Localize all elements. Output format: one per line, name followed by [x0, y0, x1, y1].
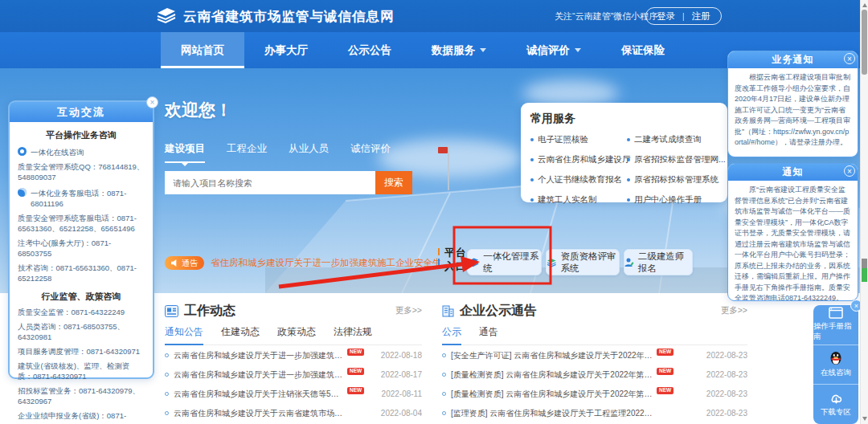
- bullet-icon: [165, 353, 169, 357]
- service-link[interactable]: 建筑工人实名制: [530, 194, 620, 206]
- contact-line: 项目服务调度管理：0871-64320971: [18, 346, 145, 357]
- bullet-icon: [165, 373, 169, 377]
- nav-item-service-hall[interactable]: 办事大厅: [244, 32, 328, 68]
- scrollbar-marker-green: [862, 268, 867, 282]
- service-link[interactable]: 原省招投标监督管理网...: [627, 154, 726, 165]
- search-button[interactable]: 搜索: [375, 171, 412, 194]
- scrollbar-thumb[interactable]: [862, 10, 867, 75]
- platform-entry-divider: [438, 248, 440, 266]
- tab-notices[interactable]: 通知公告: [165, 325, 203, 345]
- service-link[interactable]: 用户中心操作手册: [627, 194, 726, 206]
- tab-policy-dynamics[interactable]: 政策动态: [277, 325, 316, 344]
- integrated-management-system-button[interactable]: 一体化管理系统: [467, 249, 542, 275]
- news-item[interactable]: 云南省住房和城乡建设厅关于云南省建筑市场监管与诚信一体... 2022-08-0…: [165, 404, 422, 422]
- chevron-down-icon: [480, 48, 486, 52]
- tab-construction-projects[interactable]: 建设项目: [165, 142, 205, 163]
- tab-notice[interactable]: 通告: [479, 325, 498, 344]
- nav-item-guarantee[interactable]: 保证保险: [601, 32, 685, 68]
- cloud-download-icon: [829, 392, 844, 405]
- service-link[interactable]: 电子证照核验: [530, 134, 620, 145]
- tab-housing-dynamics[interactable]: 住建动态: [221, 325, 260, 344]
- dot-icon: [530, 178, 534, 181]
- service-link[interactable]: 云南省住房和城乡建设厅: [530, 154, 620, 165]
- dot-icon: [530, 198, 534, 202]
- contact-line: 建筑业(省级核发)、监理、检测资质：0871-64320971: [18, 361, 145, 381]
- person-icon: [624, 257, 634, 268]
- news-date: 2022-08-23: [706, 389, 747, 398]
- dot-icon: [627, 138, 630, 141]
- hero-search-tabs: 建设项目 工程企业 从业人员 诚信评价: [165, 142, 391, 163]
- online-consult-icon: [18, 147, 27, 156]
- online-consult-button[interactable]: 在线咨询: [813, 344, 858, 385]
- contact-line: 质量安全管理系统客服电话：0871-65631360、65212258、6565…: [18, 213, 145, 234]
- news-date: 2022-08-17: [381, 370, 422, 379]
- tab-laws[interactable]: 法律法规: [334, 325, 372, 344]
- panel-subtitle: 平台操作业务咨询: [10, 129, 153, 141]
- news-date: 2022-08-23: [706, 409, 747, 418]
- red-flag-decoration: [438, 147, 448, 153]
- news-date: 2022-08-18: [381, 351, 422, 360]
- service-link[interactable]: 个人证书继续教育报名: [530, 174, 620, 186]
- service-link[interactable]: 二建考试成绩查询: [627, 134, 726, 145]
- dot-icon: [627, 178, 630, 181]
- nav-item-credit-eval[interactable]: 诚信评价: [506, 32, 601, 68]
- search-input[interactable]: [165, 171, 375, 194]
- ticker-text[interactable]: 省住房和城乡建设厅关于进一步加强建筑施工企业安全生产许可证动态监管的通: [211, 257, 442, 269]
- more-link[interactable]: 更多>>: [395, 305, 422, 316]
- panel-title: 通知: [728, 164, 858, 181]
- more-link[interactable]: 更多>>: [721, 305, 747, 316]
- nav-item-home[interactable]: 网站首页: [161, 32, 244, 68]
- bullet-icon: [165, 411, 169, 415]
- panel-title: 业务通知: [728, 51, 858, 68]
- contact-item: 一体化业务客服电话：0871-68011196: [18, 188, 145, 209]
- news-item[interactable]: 云南省住房和城乡建设厅关于进一步加强建筑业企业资质及人... NEW 2022-…: [165, 365, 422, 384]
- new-badge: NEW: [657, 349, 674, 357]
- qq-penguin-icon: [829, 351, 842, 365]
- auth-separator: |: [682, 12, 685, 21]
- active-tab-notch-icon: [182, 163, 188, 166]
- auth-pill: 登录 | 注册: [645, 7, 722, 25]
- news-item[interactable]: [质量检测资质] 云南省住房和城乡建设厅关于2022年第14批... NEW 2…: [442, 385, 747, 403]
- notice-body: 根据云南省工程建设项目审批制度改革工作领导小组办公室要求，自2020年4月17日…: [728, 68, 858, 153]
- close-icon[interactable]: ×: [146, 96, 158, 108]
- common-services-panel: 常用服务 电子证照核验 二建考试成绩查询 云南省住房和城乡建设厅 原省招投标监督…: [521, 103, 727, 202]
- manual-guide-button[interactable]: 操作手册指南: [813, 305, 858, 344]
- second-level-builder-registration-button[interactable]: 二级建造师报名: [624, 249, 693, 275]
- dot-icon: [627, 158, 630, 161]
- new-badge: NEW: [347, 368, 364, 376]
- news-item[interactable]: 云南省住房和城乡建设厅关于注销张天德等5名建造师注册许... NEW 2022-…: [165, 385, 422, 403]
- tab-practitioners[interactable]: 从业人员: [289, 142, 329, 163]
- contact-line: 质量安全监管：0871-64322249: [18, 307, 145, 317]
- close-icon[interactable]: ×: [844, 53, 855, 64]
- news-item[interactable]: [质量检测资质] 云南省住房和城乡建设厅关于2022年第15批... NEW 2…: [442, 365, 747, 384]
- scroll-down-icon[interactable]: [862, 417, 867, 421]
- tab-engineering-enterprises[interactable]: 工程企业: [227, 142, 267, 163]
- new-badge: NEW: [347, 387, 364, 395]
- close-icon[interactable]: ×: [844, 165, 855, 177]
- download-zone-button[interactable]: 下载专区: [813, 384, 858, 424]
- contact-line: 招投标监管业务：0871-64320979、64320967: [18, 385, 145, 406]
- wechat-follow-text: 关注“云南建管”微信小程序: [555, 0, 657, 32]
- news-date: 2022-08-11: [382, 389, 422, 398]
- news-date: 2022-08-23: [706, 351, 747, 360]
- nav-item-announcements[interactable]: 公示公告: [328, 32, 411, 68]
- contact-line: 企业业绩申报业务(省级)：0871-64320980: [18, 410, 145, 424]
- scroll-up-icon[interactable]: [862, 3, 867, 7]
- news-item[interactable]: 云南省住房和城乡建设厅关于进一步加强建筑施工企业安全生... NEW 2022-…: [165, 346, 422, 365]
- section-title: 企业公示通告: [460, 303, 537, 320]
- login-button[interactable]: 登录: [657, 10, 675, 22]
- contact-line: 人员类咨询：0871-68503755、64320981: [18, 321, 145, 342]
- register-button[interactable]: 注册: [692, 10, 710, 22]
- tab-publicity[interactable]: 公示: [442, 325, 461, 345]
- tab-credit-evaluation[interactable]: 诚信评价: [350, 142, 391, 163]
- news-item[interactable]: [监理资质] 云南省住房和城乡建设厅关于工程监理2022年第9... 2022-…: [442, 404, 747, 422]
- news-item[interactable]: [安全生产许可证] 云南省住房和城乡建设厅关于2022年新申办... NEW 2…: [442, 346, 747, 365]
- panel-title: 常用服务: [530, 112, 718, 126]
- scrollbar-marker: [862, 259, 867, 268]
- page-scrollbar[interactable]: [860, 0, 868, 424]
- nav-item-data-service[interactable]: 数据服务: [411, 32, 506, 68]
- qualification-review-system-button[interactable]: 资质资格评审系统: [546, 249, 620, 275]
- service-link[interactable]: 原省招标投标管理系统: [627, 174, 726, 186]
- chevron-down-icon: [575, 48, 581, 52]
- business-notice-panel: × 业务通知 根据云南省工程建设项目审批制度改革工作领导小组办公室要求，自202…: [727, 51, 858, 157]
